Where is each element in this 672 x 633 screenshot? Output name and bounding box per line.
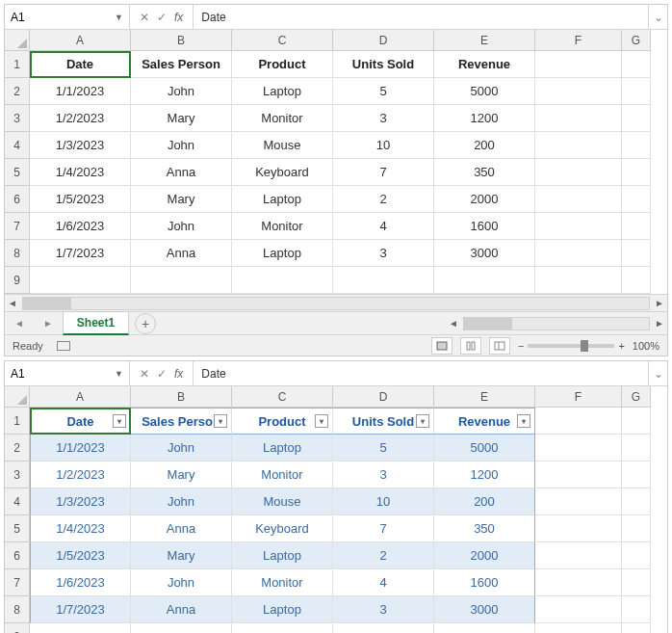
data-cell[interactable]: John — [131, 213, 232, 240]
data-cell[interactable]: John — [131, 132, 232, 159]
fx-icon[interactable]: fx — [174, 367, 183, 381]
col-header-A[interactable]: A — [30, 30, 131, 51]
data-cell[interactable]: 5 — [333, 435, 434, 462]
data-cell[interactable]: 4 — [333, 213, 434, 240]
name-box[interactable]: ▼ — [5, 361, 130, 385]
scroll-left-icon[interactable]: ◄ — [5, 296, 20, 311]
data-cell[interactable]: Keyboard — [232, 159, 333, 186]
data-cell[interactable]: 2000 — [434, 542, 535, 569]
row-header-6[interactable]: 6 — [5, 186, 30, 213]
cell-reference-input[interactable] — [11, 367, 97, 381]
data-cell[interactable]: 200 — [434, 488, 535, 515]
empty-cell[interactable] — [535, 462, 622, 488]
data-cell[interactable]: John — [131, 435, 232, 462]
empty-cell[interactable] — [30, 267, 131, 294]
data-cell[interactable]: 1/1/2023 — [30, 78, 131, 105]
normal-view-button[interactable] — [431, 337, 452, 355]
empty-cell[interactable] — [622, 596, 651, 623]
empty-cell[interactable] — [535, 105, 622, 132]
data-cell[interactable]: Anna — [131, 596, 232, 623]
empty-cell[interactable] — [622, 159, 651, 186]
col-header-C[interactable]: C — [232, 386, 333, 408]
data-cell[interactable]: Mary — [131, 462, 232, 488]
header-cell[interactable]: Sales Person▾ — [131, 408, 232, 435]
check-icon[interactable]: ✓ — [157, 11, 167, 24]
empty-cell[interactable] — [535, 213, 622, 240]
data-cell[interactable]: 1/4/2023 — [30, 159, 131, 186]
empty-cell[interactable] — [535, 542, 622, 569]
row-header-1[interactable]: 1 — [5, 51, 30, 78]
data-cell[interactable]: 3 — [333, 462, 434, 488]
data-cell[interactable]: Mary — [131, 542, 232, 569]
col-header-E[interactable]: E — [434, 386, 535, 408]
col-header-G[interactable]: G — [622, 30, 651, 51]
sheet-tab-sheet1[interactable]: Sheet1 — [63, 311, 129, 335]
col-header-D[interactable]: D — [333, 386, 434, 408]
data-cell[interactable]: 1/3/2023 — [30, 488, 131, 515]
expand-formula-icon[interactable]: ⌄ — [648, 5, 667, 29]
chevron-down-icon[interactable]: ▼ — [115, 369, 123, 379]
row-header-4[interactable]: 4 — [5, 132, 30, 159]
empty-cell[interactable] — [232, 267, 333, 294]
scroll-track[interactable] — [22, 297, 650, 310]
tab-nav-last-icon[interactable]: ► — [34, 318, 63, 329]
empty-cell[interactable] — [535, 132, 622, 159]
data-cell[interactable]: 1/7/2023 — [30, 596, 131, 623]
data-cell[interactable]: Laptop — [232, 435, 333, 462]
data-cell[interactable]: Laptop — [232, 78, 333, 105]
empty-cell[interactable] — [622, 623, 651, 633]
data-cell[interactable]: 10 — [333, 132, 434, 159]
data-cell[interactable]: Laptop — [232, 186, 333, 213]
zoom-in-icon[interactable]: + — [618, 340, 624, 352]
data-cell[interactable]: 7 — [333, 159, 434, 186]
empty-cell[interactable] — [434, 623, 535, 633]
col-header-G[interactable]: G — [622, 386, 651, 408]
data-cell[interactable]: 5 — [333, 78, 434, 105]
empty-cell[interactable] — [30, 623, 131, 633]
data-cell[interactable]: 3000 — [434, 240, 535, 267]
data-cell[interactable]: 1/5/2023 — [30, 542, 131, 569]
col-header-C[interactable]: C — [232, 30, 333, 51]
empty-cell[interactable] — [622, 132, 651, 159]
empty-cell[interactable] — [622, 542, 651, 569]
empty-cell[interactable] — [622, 186, 651, 213]
empty-cell[interactable] — [232, 623, 333, 633]
data-cell[interactable]: Monitor — [232, 213, 333, 240]
col-header-E[interactable]: E — [434, 30, 535, 51]
row-header-4[interactable]: 4 — [5, 488, 30, 515]
zoom-slider[interactable]: − + — [518, 340, 625, 352]
empty-cell[interactable] — [622, 240, 651, 267]
empty-cell[interactable] — [131, 623, 232, 633]
data-cell[interactable]: 1/7/2023 — [30, 240, 131, 267]
cell-reference-input[interactable] — [11, 11, 97, 24]
data-cell[interactable]: 1/6/2023 — [30, 569, 131, 596]
name-box[interactable]: ▼ — [5, 5, 130, 29]
header-cell[interactable]: Product▾ — [232, 408, 333, 435]
data-cell[interactable]: Anna — [131, 515, 232, 542]
col-header-F[interactable]: F — [535, 386, 622, 408]
formula-input[interactable]: Date — [194, 367, 648, 381]
empty-cell[interactable] — [535, 267, 622, 294]
empty-cell[interactable] — [535, 186, 622, 213]
empty-cell[interactable] — [622, 213, 651, 240]
empty-cell[interactable] — [434, 267, 535, 294]
empty-cell[interactable] — [622, 462, 651, 488]
data-cell[interactable]: 350 — [434, 515, 535, 542]
empty-cell[interactable] — [622, 569, 651, 596]
header-cell[interactable]: Units Sold — [333, 51, 434, 78]
data-cell[interactable]: John — [131, 488, 232, 515]
row-header-1[interactable]: 1 — [5, 408, 30, 435]
empty-cell[interactable] — [622, 408, 651, 435]
page-break-view-button[interactable] — [489, 337, 510, 355]
row-header-3[interactable]: 3 — [5, 105, 30, 132]
data-cell[interactable]: Monitor — [232, 569, 333, 596]
expand-formula-icon[interactable]: ⌄ — [648, 361, 667, 385]
row-header-2[interactable]: 2 — [5, 435, 30, 462]
data-cell[interactable]: Laptop — [232, 240, 333, 267]
data-cell[interactable]: John — [131, 569, 232, 596]
empty-cell[interactable] — [535, 488, 622, 515]
empty-cell[interactable] — [535, 240, 622, 267]
data-cell[interactable]: 350 — [434, 159, 535, 186]
empty-cell[interactable] — [622, 51, 651, 78]
select-all-corner[interactable] — [5, 386, 30, 408]
